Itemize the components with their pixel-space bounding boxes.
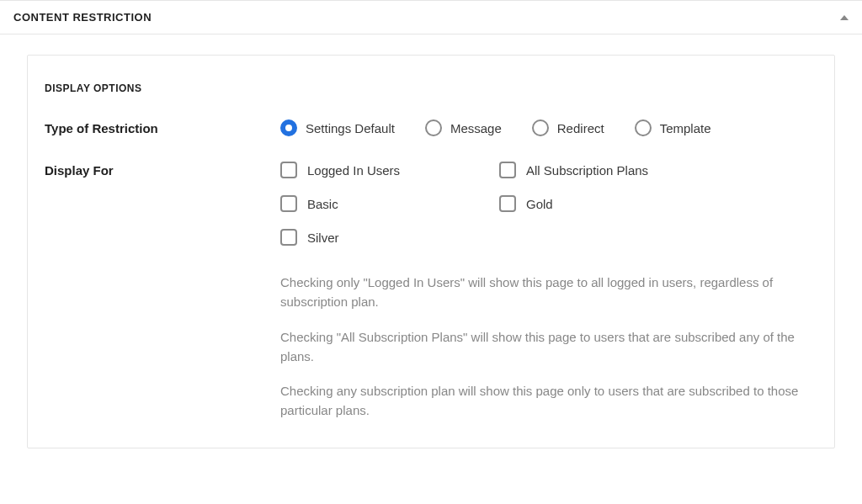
help-text: Checking "All Subscription Plans" will s…	[280, 327, 817, 367]
checkbox-icon	[280, 229, 297, 246]
radio-label: Redirect	[557, 121, 604, 135]
radio-icon	[425, 119, 442, 136]
checkbox-label: Basic	[307, 197, 338, 211]
checkbox-logged-in-users[interactable]: Logged In Users	[280, 162, 491, 178]
panel-header[interactable]: CONTENT RESTRICTION	[0, 0, 862, 34]
display-for-controls: Logged In Users All Subscription Plans B…	[280, 162, 817, 421]
row-display-for: Display For Logged In Users All Subscrip…	[45, 162, 817, 421]
radio-label: Settings Default	[306, 121, 395, 135]
radio-icon	[635, 119, 652, 136]
checkbox-silver[interactable]: Silver	[280, 229, 491, 246]
radio-redirect[interactable]: Redirect	[532, 119, 604, 136]
display-for-checkbox-grid: Logged In Users All Subscription Plans B…	[280, 162, 817, 246]
restriction-type-controls: Settings Default Message Redirect Templa…	[280, 119, 817, 136]
checkbox-basic[interactable]: Basic	[280, 195, 491, 212]
restriction-type-label: Type of Restriction	[45, 119, 280, 135]
radio-label: Message	[450, 121, 502, 135]
radio-icon	[280, 119, 297, 136]
checkbox-icon	[280, 195, 297, 212]
checkbox-icon	[499, 195, 516, 212]
radio-message[interactable]: Message	[425, 119, 502, 136]
section-heading: DISPLAY OPTIONS	[45, 82, 817, 94]
radio-settings-default[interactable]: Settings Default	[280, 119, 395, 136]
caret-up-icon	[840, 15, 849, 20]
help-text: Checking only "Logged In Users" will sho…	[280, 273, 817, 312]
radio-icon	[532, 119, 549, 136]
restriction-radio-group: Settings Default Message Redirect Templa…	[280, 119, 817, 136]
checkbox-icon	[499, 162, 516, 178]
row-type-of-restriction: Type of Restriction Settings Default Mes…	[45, 119, 817, 136]
panel-title: CONTENT RESTRICTION	[13, 11, 152, 24]
inner-box: DISPLAY OPTIONS Type of Restriction Sett…	[27, 55, 835, 448]
checkbox-label: All Subscription Plans	[526, 163, 648, 178]
display-for-label: Display For	[45, 162, 280, 178]
radio-label: Template	[660, 121, 711, 135]
checkbox-icon	[280, 162, 297, 178]
panel-body: DISPLAY OPTIONS Type of Restriction Sett…	[0, 34, 862, 475]
checkbox-gold[interactable]: Gold	[499, 195, 817, 212]
checkbox-label: Gold	[526, 197, 553, 211]
radio-template[interactable]: Template	[635, 119, 711, 136]
help-text: Checking any subscription plan will show…	[280, 381, 817, 421]
checkbox-all-subscription-plans[interactable]: All Subscription Plans	[499, 162, 817, 178]
checkbox-label: Silver	[307, 231, 339, 245]
checkbox-label: Logged In Users	[307, 163, 400, 178]
